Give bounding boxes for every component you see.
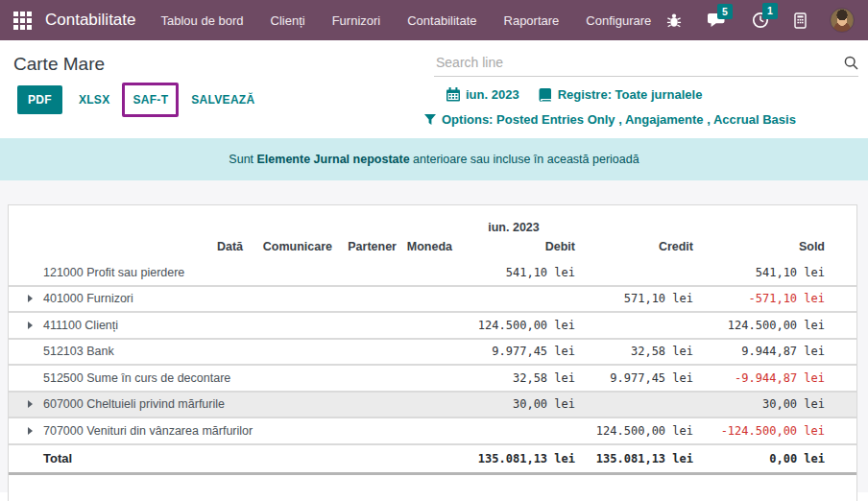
- account-label: 512500 Sume în curs de decontare: [43, 371, 452, 385]
- total-row: Total 135.081,13 lei 135.081,13 lei 0,00…: [9, 445, 856, 475]
- bug-icon: [666, 12, 682, 29]
- balance-value: -124.500,00 lei: [693, 424, 825, 438]
- credit-value: 32,58 lei: [575, 345, 693, 358]
- balance-value: 30,00 lei: [693, 397, 825, 411]
- account-label: 121000 Profit sau pierdere: [43, 266, 452, 279]
- search-bar: [434, 54, 858, 77]
- mobile-device-icon: [794, 12, 807, 29]
- debit-value: 32,58 lei: [452, 371, 575, 385]
- period-header-row: iun. 2023: [9, 221, 856, 240]
- date-filter[interactable]: iun. 2023: [446, 87, 519, 102]
- general-ledger-card: iun. 2023 Dată Comunicare Partener Moned…: [8, 204, 857, 501]
- journals-filter-label: Registre: Toate jurnalele: [558, 87, 703, 102]
- account-label: 607000 Cheltuieli privind mărfurile: [43, 397, 452, 411]
- total-label: Total: [43, 451, 452, 465]
- total-credit-value: 135.081,13 lei: [575, 452, 693, 465]
- account-label: 707000 Venituri din vânzarea mărfurilor: [43, 424, 452, 438]
- nav-clienti[interactable]: Clienți: [271, 13, 305, 28]
- nav-furnizori[interactable]: Furnizori: [332, 13, 381, 28]
- credit-value: 9.977,45 lei: [575, 371, 693, 385]
- xlsx-button[interactable]: XLSX: [72, 85, 117, 114]
- unposted-entries-link[interactable]: Elemente Jurnal nepostate: [257, 153, 410, 166]
- export-buttons: PDF XLSX SAF-T SALVEAZĂ: [13, 85, 261, 127]
- ledger-row-411100[interactable]: 411100 Clienți 124.500,00 lei 124.500,00…: [9, 313, 856, 340]
- main-menu: Tablou de bord Clienți Furnizori Contabi…: [161, 13, 652, 28]
- column-header-row: Dată Comunicare Partener Moneda Debit Cr…: [9, 240, 856, 260]
- balance-value: 541,10 lei: [693, 266, 825, 279]
- calendar-icon: [446, 87, 460, 102]
- ledger-row-512500[interactable]: 512500 Sume în curs de decontare 32,58 l…: [9, 366, 856, 393]
- balance-value: -571,10 lei: [693, 292, 825, 305]
- message-counter-badge: 5: [717, 4, 733, 20]
- activity-counter-badge: 1: [762, 3, 778, 19]
- messages-button[interactable]: 5: [705, 11, 729, 31]
- debug-button[interactable]: [664, 11, 684, 31]
- period-label: iun. 2023: [452, 221, 575, 240]
- apps-menu-button[interactable]: [8, 8, 37, 34]
- report-filters: iun. 2023 Registre: Toate jurnalele Opti…: [424, 85, 858, 127]
- apps-grid-icon: [13, 12, 32, 30]
- column-balance: Sold: [693, 240, 825, 260]
- credit-value: 124.500,00 lei: [575, 424, 693, 438]
- save-button[interactable]: SALVEAZĂ: [184, 85, 261, 114]
- balance-value: 9.944,87 lei: [693, 345, 825, 358]
- pdf-button[interactable]: PDF: [17, 85, 62, 114]
- balance-value: 124.500,00 lei: [693, 319, 825, 332]
- column-communication: Comunicare: [243, 240, 332, 260]
- user-avatar[interactable]: [830, 8, 855, 33]
- banner-text-after: anterioare sau incluse în această perioa…: [410, 153, 639, 166]
- search-icon[interactable]: [844, 56, 858, 70]
- total-debit-value: 135.081,13 lei: [452, 452, 575, 465]
- journal-book-icon: [539, 88, 552, 102]
- column-credit: Credit: [575, 240, 693, 260]
- mobile-view-button[interactable]: [792, 11, 808, 31]
- control-panel: Carte Mare PDF XLSX SAF-T SALVEAZĂ: [0, 40, 868, 127]
- ledger-row-121000[interactable]: 121000 Profit sau pierdere 541,10 lei 54…: [9, 260, 856, 287]
- app-name[interactable]: Contabilitate: [45, 11, 136, 30]
- account-label: 401000 Furnizori: [43, 292, 452, 305]
- account-label: 411100 Clienți: [43, 319, 452, 332]
- banner-text-before: Sunt: [229, 153, 256, 166]
- account-label: 512103 Bank: [43, 345, 452, 358]
- debit-value: 124.500,00 lei: [452, 319, 575, 332]
- nav-tablou-de-bord[interactable]: Tablou de bord: [161, 13, 244, 28]
- expand-caret-icon[interactable]: [28, 322, 33, 329]
- filter-funnel-icon: [424, 114, 436, 126]
- options-filter-label: Options: Posted Entries Only , Angajamen…: [442, 112, 796, 127]
- nav-contabilitate[interactable]: Contabilitate: [407, 13, 476, 28]
- debit-value: 9.977,45 lei: [452, 345, 575, 358]
- options-filter[interactable]: Options: Posted Entries Only , Angajamen…: [424, 112, 796, 127]
- balance-value: -9.944,87 lei: [693, 371, 825, 385]
- top-navbar: Contabilitate Tablou de bord Clienți Fur…: [0, 0, 868, 40]
- credit-value: 571,10 lei: [575, 292, 693, 305]
- total-balance-value: 0,00 lei: [693, 452, 825, 465]
- debit-value: 30,00 lei: [452, 397, 575, 411]
- debit-value: 541,10 lei: [452, 266, 575, 279]
- expand-caret-icon[interactable]: [28, 400, 33, 408]
- expand-caret-icon[interactable]: [28, 295, 33, 302]
- column-date: Dată: [210, 240, 243, 260]
- nav-raportare[interactable]: Raportare: [504, 13, 560, 28]
- column-debit: Debit: [452, 240, 575, 260]
- activities-button[interactable]: 1: [750, 10, 771, 31]
- ledger-row-512103[interactable]: 512103 Bank 9.977,45 lei 32,58 lei 9.944…: [9, 340, 856, 367]
- column-currency: Moneda: [397, 240, 452, 260]
- saft-button[interactable]: SAF-T: [126, 85, 175, 114]
- journals-filter[interactable]: Registre: Toate jurnalele: [539, 87, 703, 102]
- ledger-row-401000[interactable]: 401000 Furnizori 571,10 lei -571,10 lei: [9, 287, 856, 314]
- unposted-entries-banner: Sunt Elemente Jurnal nepostate anterioar…: [0, 138, 868, 180]
- page-title: Carte Mare: [13, 54, 105, 75]
- column-partner: Partener: [332, 240, 397, 260]
- ledger-row-607000[interactable]: 607000 Cheltuieli privind mărfurile 30,0…: [9, 393, 856, 419]
- date-filter-label: iun. 2023: [466, 87, 519, 102]
- ledger-row-707000[interactable]: 707000 Venituri din vânzarea mărfurilor …: [9, 418, 856, 445]
- report-area: iun. 2023 Dată Comunicare Partener Moned…: [0, 180, 868, 492]
- search-input[interactable]: [434, 54, 844, 71]
- expand-caret-icon[interactable]: [28, 427, 33, 435]
- nav-configurare[interactable]: Configurare: [586, 13, 651, 28]
